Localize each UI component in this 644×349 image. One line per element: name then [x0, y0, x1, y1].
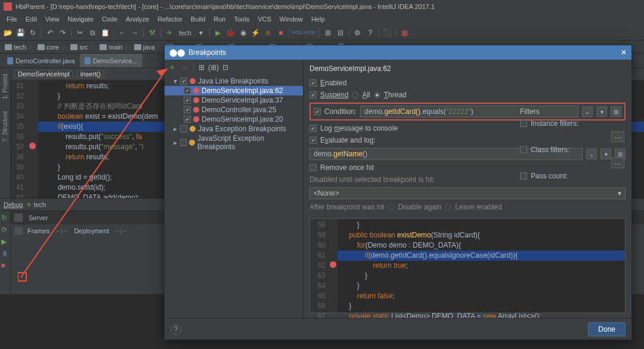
- paste-icon[interactable]: 📋: [100, 27, 110, 38]
- back-icon[interactable]: ←: [117, 27, 128, 38]
- group-icon[interactable]: ⊞: [199, 63, 205, 72]
- menu-navigate[interactable]: Navigate: [63, 16, 97, 23]
- disabled-until-select[interactable]: <None>▾: [309, 187, 626, 199]
- remove-breakpoint-icon[interactable]: －: [180, 62, 188, 73]
- resume-icon[interactable]: ▶: [1, 237, 10, 246]
- save-icon[interactable]: 💾: [15, 27, 26, 38]
- run-config-icon[interactable]: ✈: [164, 27, 175, 38]
- nav-java[interactable]: java: [132, 44, 157, 51]
- titlebar: HbiParent - [D:\repo-hand\repo-tech\tech…: [0, 0, 644, 13]
- suspend-checkbox[interactable]: ✔: [309, 91, 317, 98]
- forward-icon[interactable]: →: [129, 27, 140, 38]
- rerun-icon[interactable]: ↻: [1, 214, 10, 222]
- coverage-icon[interactable]: ◉: [238, 27, 249, 38]
- breadcrumb-method[interactable]: insert(): [77, 70, 104, 78]
- expand-icon[interactable]: ⊡: [222, 63, 228, 72]
- profile-icon[interactable]: ⚡: [250, 27, 261, 38]
- menu-tools[interactable]: Tools: [230, 16, 253, 23]
- dropdown-icon[interactable]: ▾: [196, 27, 206, 38]
- menu-code[interactable]: Code: [98, 16, 122, 23]
- tree-root-java-exception[interactable]: ▸ Java Exception Breakpoints: [165, 124, 303, 134]
- vcs-update-icon[interactable]: VCS↓: [293, 27, 304, 38]
- open-icon[interactable]: 📂: [2, 27, 13, 38]
- condition-checkbox[interactable]: ✔: [314, 108, 321, 115]
- hierarchy-icon[interactable]: ⊟: [335, 27, 346, 38]
- filters-heading: Filters: [520, 107, 624, 116]
- breakpoint-tree[interactable]: ▾✔ Java Line Breakpoints ✔DemoServiceImp…: [165, 75, 303, 318]
- dialog-titlebar[interactable]: ⬤⬤Breakpoints ✕: [165, 45, 631, 60]
- inst-filter-btn[interactable]: …: [611, 131, 624, 142]
- frames-icon[interactable]: [14, 227, 23, 235]
- tree-item[interactable]: ✔DemoController.java:25: [165, 105, 303, 115]
- class-filter-btn[interactable]: …: [611, 157, 624, 168]
- misc-icon[interactable]: ▦: [400, 27, 410, 38]
- enabled-checkbox[interactable]: ✔: [309, 79, 317, 87]
- close-icon[interactable]: ✕: [621, 48, 627, 57]
- tree-item[interactable]: ✔DemoServiceImpl.java:20: [165, 115, 303, 124]
- eval-checkbox[interactable]: ✔: [309, 137, 317, 144]
- debug-label[interactable]: Debug: [4, 201, 23, 208]
- stop-icon[interactable]: ■: [275, 27, 286, 38]
- redo-icon[interactable]: ↷: [57, 27, 68, 38]
- tree-root-js-exception[interactable]: ▸ JavaScript Exception Breakpoints: [165, 134, 303, 152]
- sync-icon[interactable]: ↻: [27, 27, 38, 38]
- menu-view[interactable]: View: [41, 16, 64, 23]
- pause-icon[interactable]: ⏸: [1, 249, 10, 258]
- vcs-commit-icon[interactable]: VCS↑: [305, 27, 316, 38]
- log-checkbox[interactable]: ✔: [309, 125, 317, 132]
- breakpoint-tree-panel: ＋ － ⊞ (⊞) ⊡ ▾✔ Java Line Breakpoints ✔De…: [165, 60, 304, 318]
- menu-edit[interactable]: Edit: [21, 16, 41, 23]
- tab[interactable]: DemoController.java: [2, 54, 80, 67]
- class-filter-checkbox[interactable]: [520, 146, 527, 153]
- enabled-label: Enabled: [320, 79, 346, 87]
- console-icon[interactable]: [14, 214, 23, 222]
- menu-build[interactable]: Build: [187, 16, 209, 23]
- tree-item[interactable]: ✔DemoServiceImpl.java:62: [165, 86, 303, 95]
- breakpoint-code-preview[interactable]: 585960616263646566676869707172 } public …: [309, 218, 626, 313]
- project-tool-label[interactable]: 1: Project: [2, 70, 8, 103]
- menu-refactor[interactable]: Refactor: [153, 16, 187, 23]
- build-icon[interactable]: ⚒: [147, 27, 157, 38]
- menu-help[interactable]: Help: [307, 16, 329, 23]
- pass-count-checkbox[interactable]: [520, 172, 527, 180]
- help-icon[interactable]: ?: [365, 27, 376, 38]
- thread-radio[interactable]: [374, 92, 380, 98]
- settings-icon[interactable]: ⚙: [352, 27, 363, 38]
- structure-tool-label[interactable]: 7: Structure: [2, 107, 8, 146]
- structure-icon[interactable]: ⊞: [323, 27, 333, 38]
- tree-item[interactable]: ✔DemoServiceImpl.java:37: [165, 95, 303, 105]
- run-icon[interactable]: ▶: [213, 27, 224, 38]
- frames-tab[interactable]: Frames: [27, 227, 49, 234]
- nav-core[interactable]: core: [35, 44, 61, 51]
- jrebel-icon[interactable]: ⬛: [382, 27, 393, 38]
- server-tab[interactable]: Server: [29, 214, 48, 221]
- nav-main[interactable]: main: [97, 44, 125, 51]
- menu-analyze[interactable]: Analyze: [122, 16, 153, 23]
- remove-checkbox[interactable]: [309, 164, 317, 171]
- deployment-tab[interactable]: Deployment: [74, 227, 109, 234]
- update-icon[interactable]: ⟳: [1, 226, 10, 234]
- tab[interactable]: DemoService...: [80, 54, 143, 67]
- breadcrumb-class[interactable]: DemoServiceImpl: [14, 70, 73, 78]
- debug-icon[interactable]: 🐞: [225, 27, 236, 38]
- stop-debug-icon[interactable]: ■: [1, 261, 10, 270]
- cut-icon[interactable]: ✂: [75, 27, 85, 38]
- add-breakpoint-icon[interactable]: ＋: [168, 62, 177, 73]
- menu-file[interactable]: File: [2, 16, 21, 23]
- menu-vcs[interactable]: VCS: [253, 16, 275, 23]
- run-config-name[interactable]: tech: [177, 29, 194, 36]
- menu-run[interactable]: Run: [209, 16, 230, 23]
- tree-root-java-line[interactable]: ▾✔ Java Line Breakpoints: [165, 76, 303, 86]
- done-button[interactable]: Done: [588, 322, 626, 336]
- inst-filter-checkbox[interactable]: [520, 120, 527, 127]
- nav-tech[interactable]: tech: [2, 44, 29, 51]
- nav-src[interactable]: src: [68, 44, 91, 51]
- menu-window[interactable]: Window: [275, 16, 307, 23]
- remove-label: Remove once hit: [320, 163, 374, 172]
- help-icon[interactable]: ?: [171, 324, 181, 335]
- group2-icon[interactable]: (⊞): [208, 63, 219, 72]
- attach-icon[interactable]: ⎋: [263, 27, 274, 38]
- copy-icon[interactable]: ⧉: [87, 27, 98, 38]
- undo-icon[interactable]: ↶: [45, 27, 55, 38]
- all-radio[interactable]: [352, 92, 358, 98]
